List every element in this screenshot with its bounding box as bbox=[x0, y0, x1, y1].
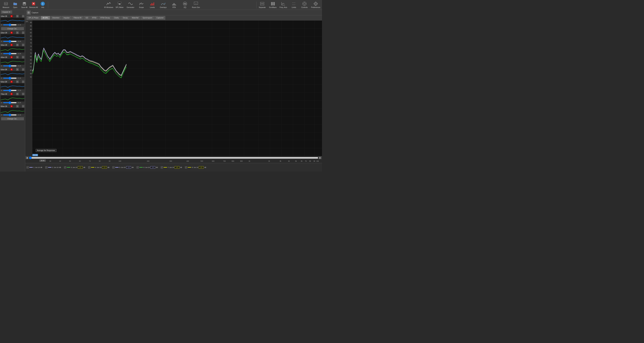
legend-check-2[interactable] bbox=[45, 166, 47, 168]
remove-all-button[interactable]: ✕ Remove All bbox=[29, 0, 38, 9]
meas-edit-8[interactable]: ✎ bbox=[16, 105, 18, 107]
levels-button[interactable]: Levels bbox=[147, 0, 158, 9]
meas-close-6[interactable]: ✕ bbox=[10, 80, 13, 83]
legend-color-7 bbox=[164, 167, 167, 168]
measure-button[interactable]: Measure bbox=[1, 0, 10, 9]
slider-row-2: 20 20.0k bbox=[1, 40, 24, 42]
meas-edit-7[interactable]: ✎ bbox=[16, 93, 18, 95]
legend-check-3[interactable] bbox=[64, 166, 66, 168]
tab-rt60[interactable]: RT60 bbox=[90, 16, 98, 20]
tab-gd[interactable]: GD bbox=[84, 16, 90, 20]
meas-edit-5[interactable]: ✎ bbox=[16, 68, 18, 71]
eq-button[interactable]: EQ EQ bbox=[180, 0, 190, 9]
meas-pin-5[interactable]: / bbox=[22, 68, 24, 71]
meas-pin-8[interactable]: / bbox=[22, 105, 24, 107]
legend-check-5[interactable] bbox=[112, 166, 114, 168]
legend-check-1[interactable] bbox=[26, 166, 28, 168]
range-slider-6[interactable] bbox=[3, 90, 17, 91]
change-cal-button-2[interactable]: Change Cal... bbox=[1, 117, 24, 120]
legend-db-5: dB bbox=[132, 167, 134, 168]
tab-captured[interactable]: Captured bbox=[154, 16, 165, 20]
room-sim-button[interactable]: Room Sim bbox=[191, 0, 201, 9]
generator-button[interactable]: Generator bbox=[126, 0, 136, 9]
range-slider-3[interactable] bbox=[3, 53, 17, 54]
measurement-item-8: 8Jun 19 ✕ ✎ / 20 20.0k bbox=[0, 104, 25, 117]
meas-close-3[interactable]: ✕ bbox=[10, 44, 13, 46]
meas-close-2[interactable]: ✕ bbox=[10, 31, 13, 34]
scroll-left-button[interactable]: ◀ bbox=[26, 157, 28, 159]
rta-button[interactable]: RTA bbox=[169, 0, 179, 9]
meas-edit-3[interactable]: ✎ bbox=[16, 44, 18, 46]
meas-pin-2[interactable]: / bbox=[22, 31, 24, 34]
svg-point-42 bbox=[315, 3, 316, 4]
preferences-button[interactable]: Preferences bbox=[311, 0, 321, 9]
scope-button[interactable]: Scope bbox=[136, 0, 146, 9]
freq-axis-button[interactable]: Freq. Axis bbox=[278, 0, 288, 9]
meas-pin-6[interactable]: / bbox=[22, 80, 24, 83]
controls-button[interactable]: Controls bbox=[300, 0, 310, 9]
tab-clarity[interactable]: Clarity bbox=[112, 16, 120, 20]
separate-button[interactable]: Separate bbox=[257, 0, 267, 9]
tab-waterfall[interactable]: Waterfall bbox=[130, 16, 140, 20]
legend-check-8[interactable] bbox=[185, 166, 187, 168]
graph-main[interactable]: Average the Responses 54.63 bbox=[32, 20, 322, 156]
capture-button[interactable] bbox=[26, 10, 31, 15]
overlays-button[interactable]: Overlays bbox=[158, 0, 168, 9]
legend-smooth-4[interactable] bbox=[102, 166, 107, 169]
legend-check-7[interactable] bbox=[161, 166, 163, 168]
info-button[interactable]: i Info bbox=[38, 0, 47, 9]
open-button[interactable]: Open bbox=[10, 0, 20, 9]
range-slider-2[interactable] bbox=[3, 41, 17, 42]
meas-edit-4[interactable]: ✎ bbox=[16, 56, 18, 58]
ir-windows-button[interactable]: IR Windows bbox=[104, 0, 114, 9]
capture-label: Capture bbox=[32, 11, 38, 14]
tab-distortion[interactable]: Distortion bbox=[50, 16, 61, 20]
meas-close-5[interactable]: ✕ bbox=[10, 68, 13, 71]
toolbar-separator-1 bbox=[48, 1, 48, 8]
range-slider-5[interactable] bbox=[3, 78, 17, 79]
limits-button[interactable]: Limits bbox=[289, 0, 299, 9]
meas-label-7: 7Jun 19 bbox=[1, 93, 7, 95]
range-slider-1[interactable] bbox=[3, 24, 17, 25]
spl-meter-button[interactable]: dB SPL 83 SPL Meter bbox=[114, 0, 125, 9]
h-scroll-slider[interactable] bbox=[29, 157, 318, 159]
meas-close-4[interactable]: ✕ bbox=[10, 56, 13, 58]
range-slider-4[interactable] bbox=[3, 65, 17, 66]
tab-spectrogram[interactable]: Spectrogram bbox=[141, 16, 154, 20]
tab-rt60-decay[interactable]: RT60 Decay bbox=[99, 16, 112, 20]
freq-input[interactable] bbox=[40, 160, 46, 162]
scrollbars-icon bbox=[270, 1, 275, 6]
legend-smooth-5[interactable] bbox=[126, 166, 131, 169]
legend-label-4: 4: Jun 19 bbox=[95, 167, 101, 168]
legend-check-6[interactable] bbox=[137, 166, 139, 168]
scrollbars-button[interactable]: Scrollbars bbox=[268, 0, 278, 9]
meas-pin-4[interactable]: / bbox=[22, 56, 24, 58]
tab-decay[interactable]: Decay bbox=[121, 16, 130, 20]
scroll-right-button[interactable]: ▶ bbox=[319, 157, 321, 159]
range-slider-8[interactable] bbox=[3, 114, 17, 115]
tab-all-spl[interactable]: All SPL bbox=[41, 16, 50, 20]
legend-smooth-3[interactable] bbox=[78, 166, 83, 169]
legend-smooth-8[interactable] bbox=[199, 166, 204, 169]
tab-impulse[interactable]: Impulse bbox=[62, 16, 72, 20]
tab-filtered-ir[interactable]: Filtered IR bbox=[72, 16, 83, 20]
meas-edit-1[interactable]: ✎ bbox=[16, 15, 18, 17]
legend-check-4[interactable] bbox=[88, 166, 90, 168]
meas-pin-1[interactable]: / bbox=[22, 15, 24, 17]
meas-close-8[interactable]: ✕ bbox=[10, 105, 13, 107]
legend-color-3 bbox=[67, 167, 70, 168]
tab-spl-phase[interactable]: SPL & Phase bbox=[26, 16, 40, 20]
legend-smooth-7[interactable] bbox=[175, 166, 180, 169]
meas-edit-2[interactable]: ✎ bbox=[16, 31, 18, 34]
legend-smooth-6[interactable] bbox=[150, 166, 155, 169]
meas-preview-5 bbox=[1, 71, 24, 77]
range-slider-7[interactable] bbox=[3, 102, 17, 103]
change-cal-button-1[interactable]: Change Cal... bbox=[1, 27, 24, 30]
meas-pin-7[interactable]: / bbox=[22, 93, 24, 95]
meas-close-1[interactable]: ✕ bbox=[10, 15, 13, 17]
meas-pin-3[interactable]: / bbox=[22, 44, 24, 46]
meas-close-7[interactable]: ✕ bbox=[10, 93, 13, 95]
meas-edit-6[interactable]: ✎ bbox=[16, 80, 18, 83]
expand-button[interactable]: Expand ▼ bbox=[1, 10, 12, 13]
save-all-button[interactable]: Save All bbox=[20, 0, 29, 9]
